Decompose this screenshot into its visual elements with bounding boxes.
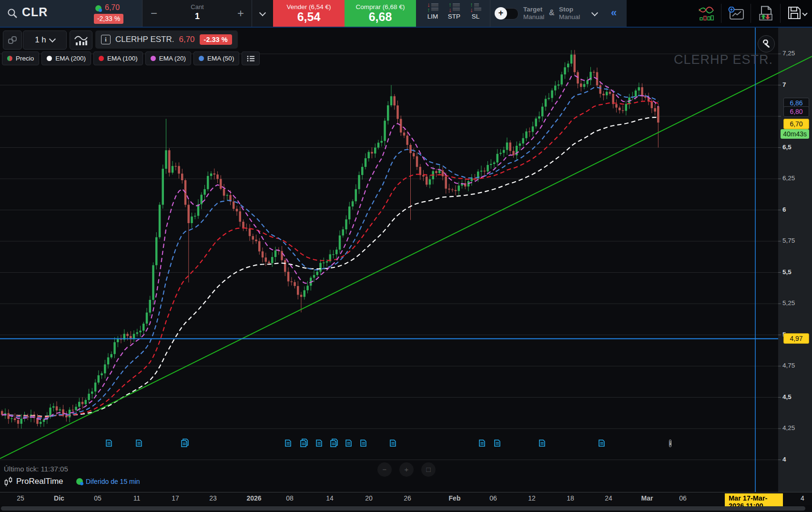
instrument-change-badge: -2.33 % [200,34,232,45]
horizontal-scrollbar-thumb[interactable] [1,506,805,511]
price-tick-label: 4,75 [782,362,795,369]
legend-item-ema-50[interactable]: EMA (50) [193,51,239,65]
news-icon[interactable] [478,438,487,451]
date-tick-label: 20 [365,494,373,502]
instrument-info-chip[interactable]: i CLERHP ESTR. 6,70 -2.33 % [95,31,238,49]
news-icon[interactable] [315,438,325,451]
chart-style-button[interactable] [692,0,720,27]
legend-item-ema-20[interactable]: EMA (20) [145,51,191,65]
legend-label: EMA (100) [107,55,138,62]
chart-type-button[interactable] [70,31,92,50]
delay-status-icon [76,478,83,485]
news-stack-icon[interactable] [300,438,309,451]
news-icon[interactable] [135,438,144,451]
market-status-icon [95,5,102,11]
target-label: Target [523,6,542,13]
save-button[interactable] [781,0,809,27]
sell-button[interactable]: Vender (6,54 €) 6,54 [273,0,345,27]
date-tick-label: 06 [489,494,497,502]
date-tick-label: Mar [641,494,653,502]
quantity-options-button[interactable] [252,0,274,27]
order-type-stoploss-button[interactable]: ↑↓ SL [465,2,486,20]
order-type-limit-button[interactable]: ↓↑ LIM [422,2,443,20]
zoom-out-ghost[interactable]: − [377,462,392,477]
stop-label: Stop [559,6,573,13]
prorealtime-candles-icon [4,476,13,487]
date-tick-label: 26 [404,494,411,502]
collapse-panel-button[interactable]: « [611,7,617,19]
instrument-watermark: CLERHP ESTR. [674,52,773,67]
chart-settings-button[interactable] [758,35,775,52]
legend-item-ema-100[interactable]: EMA (100) [93,51,143,65]
legend-item-precio[interactable]: Precio [2,51,39,65]
quantity-increase-button[interactable]: + [235,7,246,20]
date-tick-label: 17 [172,494,179,502]
last-price-badge: 6,70 [783,119,809,129]
price-tick-label: 6,5 [782,143,792,151]
save-options-chevron[interactable] [802,10,807,16]
legend-color-dot [151,56,156,61]
chevron-down-icon [259,10,266,16]
price-tick-label: 5,75 [782,237,795,244]
news-icon[interactable] [345,438,354,451]
crosshair-price-badge: 4,97 [783,333,809,344]
target-stop-toggle[interactable]: + [496,8,518,20]
price-tick-label: 4,25 [782,424,795,431]
news-stack-icon[interactable] [181,438,190,451]
date-tick-label: 12 [528,494,536,502]
news-icon[interactable] [389,438,398,451]
time-axis[interactable]: 25Dic05111723202608142026Feb06121824Mar0… [0,492,812,505]
legend-label: Precio [16,55,34,62]
search-icon[interactable] [7,8,18,19]
chart-type-icon [74,34,88,46]
news-icon[interactable] [359,438,369,451]
orders-report-button[interactable] [751,0,779,27]
buy-button[interactable]: Comprar (6,68 €) 6,68 [345,0,416,27]
add-chart-button[interactable] [722,0,750,27]
fullscreen-ghost[interactable]: □ [421,462,436,477]
wrench-icon [762,40,771,48]
date-tick-label: 2026 [246,494,261,502]
date-tick-label: 18 [567,494,574,502]
ema20-price-badge: 6,80 [783,106,809,117]
list-icon [247,55,254,62]
link-charts-button[interactable] [3,31,22,50]
price-tick-label: 4,5 [782,393,792,400]
target-stop-options-chevron[interactable] [591,10,598,16]
news-icon[interactable] [598,438,607,451]
price-axis[interactable]: 7,2576,56,2565,755,55,2554,754,54,2546,8… [778,28,812,492]
price-tick-label: 7,25 [782,50,795,57]
legend-item-ema-200[interactable]: EMA (200) [41,51,91,65]
price-tick-label: 7 [782,81,786,88]
indicator-list-button[interactable] [242,51,260,65]
chart-info-icon[interactable]: i [669,439,671,448]
stop-order-icon: ↑↓ [448,2,452,12]
zoom-in-ghost[interactable]: + [399,462,414,477]
add-chart-icon [728,7,744,20]
change-badge: -2,33 % [94,14,123,24]
price-tick-label: 5,25 [782,299,795,307]
axis-suffix-label: 4 [801,494,804,502]
order-type-stop-button[interactable]: ↑↓ STP [444,2,465,20]
provider-logo: ProRealTime [4,476,63,487]
orders-report-icon [759,6,773,21]
data-delay-status: Diferido de 15 min [76,478,140,485]
timeframe-selector[interactable]: 1 h [23,31,67,50]
candlestick-canvas[interactable] [0,28,812,512]
news-icon[interactable] [284,438,294,451]
news-stack-icon[interactable] [330,438,339,451]
limit-order-icon: ↓↑ [427,2,430,12]
news-icon[interactable] [538,438,548,451]
target-mode: Manual [523,13,544,20]
date-tick-label: 23 [209,494,217,502]
legend-color-dot [199,56,204,61]
news-icon[interactable] [493,438,503,451]
news-icon[interactable] [105,438,114,451]
legend-label: EMA (20) [159,55,186,62]
limit-order-label: LIM [422,13,443,20]
date-tick-label: 25 [17,494,24,502]
price-tick-label: 4 [782,456,786,463]
info-icon: i [101,35,111,44]
save-icon [788,6,801,20]
price-tick-label: 6 [782,206,786,213]
